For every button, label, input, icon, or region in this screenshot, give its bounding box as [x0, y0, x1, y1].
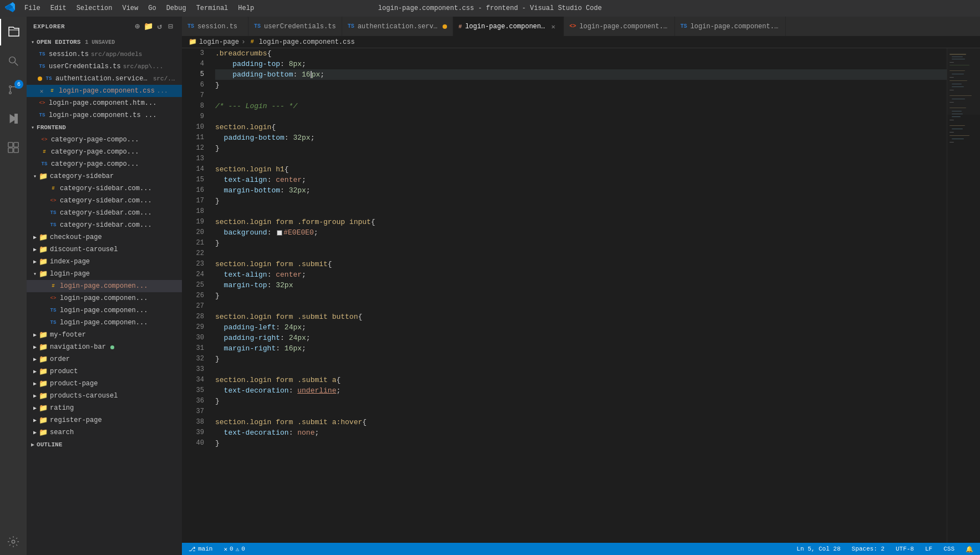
file-name-ts: login-page.component.ts ... [49, 111, 156, 119]
ts-icon: TS [49, 306, 58, 315]
tab-session[interactable]: TS session.ts [182, 17, 248, 36]
tab-authservice[interactable]: TS authentication.service.ts [342, 17, 453, 36]
category-page-html[interactable]: <> category-page-compo... [27, 134, 182, 146]
tab-html[interactable]: <> login-page.component.html [564, 17, 675, 36]
folder-chevron: ▾ [33, 173, 37, 180]
folder-icon: 📁 [39, 233, 48, 242]
menu-go[interactable]: Go [144, 3, 160, 13]
breadcrumb-bar: 📁 login-page › # login-page.component.cs… [182, 36, 980, 48]
tab-css[interactable]: # login-page.component.css ✕ [453, 17, 564, 36]
code-line-3: .breadcrumbs{ [215, 48, 947, 59]
frontend-label[interactable]: ▾ FRONTEND [27, 121, 182, 134]
category-page-css[interactable]: # category-page.compo... [27, 146, 182, 158]
source-control-activity-icon[interactable]: 6 [0, 77, 27, 103]
products-carousel-folder[interactable]: ▶ 📁 products-carousel [27, 390, 182, 402]
open-editors-label[interactable]: ▾ OPEN EDITORS 1 UNSAVED [27, 36, 182, 48]
language-status[interactable]: CSS [941, 543, 957, 555]
navigation-bar-folder[interactable]: ▶ 📁 navigation-bar [27, 341, 182, 353]
category-sidebar-folder[interactable]: ▾ 📁 category-sidebar [27, 170, 182, 182]
ts-icon: TS [49, 221, 58, 230]
folder-chevron: ▶ [33, 393, 37, 399]
folder-chevron: ▶ [33, 380, 37, 387]
extensions-activity-icon[interactable] [0, 134, 27, 161]
index-page-folder[interactable]: ▶ 📁 index-page [27, 256, 182, 268]
login-page-css-file[interactable]: # login-page.componen... [27, 280, 182, 292]
explorer-activity-icon[interactable] [0, 19, 27, 45]
folder-icon: 📁 [189, 38, 197, 46]
svg-point-0 [9, 57, 16, 63]
menu-help[interactable]: Help [233, 3, 258, 13]
search-folder[interactable]: ▶ 📁 search [27, 426, 182, 439]
open-editor-authservice[interactable]: TS authentication.service.ts src/... [27, 73, 182, 85]
search-activity-icon[interactable] [0, 48, 27, 74]
rating-folder[interactable]: ▶ 📁 rating [27, 402, 182, 414]
menu-edit[interactable]: Edit [46, 3, 71, 13]
explorer-header: EXPLORER ⊕ 📁 ↺ ⊟ [27, 17, 182, 36]
menu-terminal[interactable]: Terminal [192, 3, 233, 13]
new-folder-action[interactable]: 📁 [144, 22, 153, 31]
login-page-ts1-file[interactable]: TS login-page.componen... [27, 304, 182, 317]
line-num-33: 33 [182, 364, 204, 375]
breadcrumb-folder-name: login-page [199, 38, 239, 46]
menu-debug[interactable]: Debug [162, 3, 191, 13]
login-page-folder[interactable]: ▾ 📁 login-page [27, 268, 182, 280]
cat-sidebar-css[interactable]: # category-sidebar.com... [27, 182, 182, 195]
spaces-text: Spaces: 2 [852, 546, 885, 552]
tab-ts[interactable]: TS login-page.component.ts [675, 17, 786, 36]
refresh-action[interactable]: ↺ [155, 22, 164, 31]
category-page-ts[interactable]: TS category-page.compo... [27, 158, 182, 170]
breadcrumb-folder[interactable]: 📁 login-page [189, 38, 239, 46]
folder-name: my-footer [50, 331, 86, 339]
git-branch-status[interactable]: ⎇ main [186, 543, 215, 555]
notification-bell[interactable]: 🔔 [963, 543, 976, 555]
open-editor-html[interactable]: <> login-page.component.htm... [27, 97, 182, 109]
settings-activity-icon[interactable] [0, 528, 27, 555]
tab-usercredentials[interactable]: TS userCredentials.ts [248, 17, 342, 36]
cat-sidebar-ts2[interactable]: TS category-sidebar.com... [27, 219, 182, 231]
open-editor-session[interactable]: TS session.ts src/app/models [27, 48, 182, 60]
run-activity-icon[interactable] [0, 105, 27, 132]
open-editor-css[interactable]: ✕ # login-page.component.css ... [27, 85, 182, 97]
line-ending-status[interactable]: LF [923, 543, 935, 555]
menu-view[interactable]: View [118, 3, 143, 13]
my-footer-folder[interactable]: ▶ 📁 my-footer [27, 329, 182, 341]
open-editor-ts[interactable]: TS login-page.component.ts ... [27, 109, 182, 121]
line-num-6: 6 [182, 80, 204, 90]
menu-selection[interactable]: Selection [72, 3, 117, 13]
product-page-folder[interactable]: ▶ 📁 product-page [27, 378, 182, 390]
tab-label-ts: login-page.component.ts [690, 23, 780, 30]
cat-sidebar-html[interactable]: <> category-sidebar.com... [27, 195, 182, 207]
selector-text: .breadcrumbs [215, 48, 267, 59]
new-file-action[interactable]: ⊕ [133, 22, 142, 31]
outline-chevron: ▶ [31, 441, 34, 448]
line-num-5: 5 [182, 69, 204, 80]
breadcrumb-file[interactable]: # login-page.component.css [248, 38, 355, 47]
collapse-action[interactable]: ⊟ [166, 22, 175, 31]
checkout-page-folder[interactable]: ▶ 📁 checkout-page [27, 231, 182, 243]
tab-close-css[interactable]: ✕ [549, 22, 558, 31]
code-editor[interactable]: 3 4 5 6 7 8 9 10 11 12 13 14 15 16 17 18… [182, 48, 980, 543]
errors-status[interactable]: ✕ 0 ⚠ 0 [221, 543, 247, 555]
folder-icon: 📁 [39, 428, 48, 437]
line-num-37: 37 [182, 406, 204, 417]
cat-sidebar-ts1[interactable]: TS category-sidebar.com... [27, 207, 182, 219]
folder-name: navigation-bar [50, 343, 106, 351]
folder-name: product [50, 368, 78, 375]
position-status[interactable]: Ln 5, Col 28 [794, 543, 842, 555]
outline-section[interactable]: ▶ OUTLINE [27, 439, 182, 451]
editor-area: TS session.ts TS userCredentials.ts TS a… [182, 17, 980, 555]
menu-file[interactable]: File [20, 3, 45, 13]
encoding-status[interactable]: UTF-8 [893, 543, 916, 555]
svg-rect-11 [14, 142, 18, 147]
register-page-folder[interactable]: ▶ 📁 register-page [27, 414, 182, 426]
login-page-ts2-file[interactable]: TS login-page.componen... [27, 317, 182, 329]
close-icon[interactable]: ✕ [38, 87, 45, 95]
spaces-status[interactable]: Spaces: 2 [850, 543, 887, 555]
code-content[interactable]: .breadcrumbs{ padding-top: 8px; padding-… [210, 48, 947, 543]
order-folder[interactable]: ▶ 📁 order [27, 353, 182, 365]
folder-icon: 📁 [39, 257, 48, 266]
discount-carousel-folder[interactable]: ▶ 📁 discount-carousel [27, 243, 182, 256]
login-page-html-file[interactable]: <> login-page.componen... [27, 292, 182, 304]
open-editor-usercredentials[interactable]: TS userCredentials.ts src/app\... [27, 60, 182, 73]
product-folder[interactable]: ▶ 📁 product [27, 365, 182, 378]
